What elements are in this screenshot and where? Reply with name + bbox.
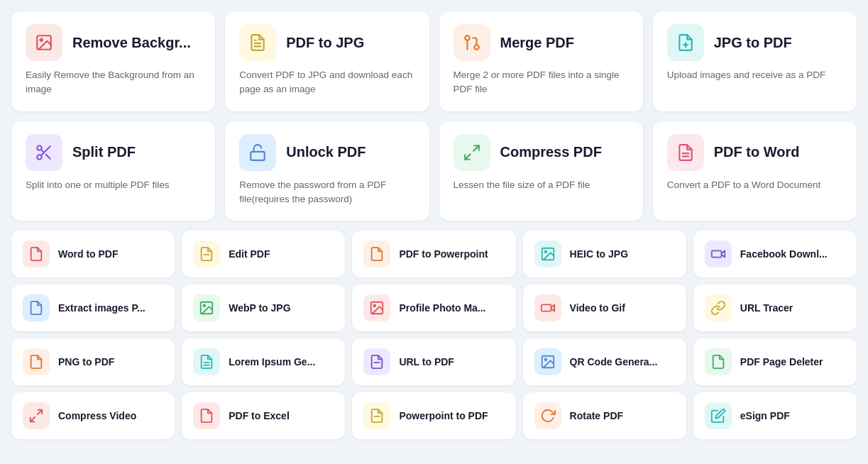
card-merge-pdf[interactable]: Merge PDF Merge 2 or more PDF files into… — [439, 11, 643, 111]
card-title-sm: eSign PDF — [740, 410, 790, 421]
card-esign-pdf[interactable]: eSign PDF — [693, 392, 857, 439]
card-desc: Upload images and receive as a PDF — [667, 68, 842, 82]
remove-background-icon — [26, 24, 62, 61]
split-pdf-icon — [26, 134, 62, 171]
merge-pdf-icon — [454, 24, 490, 61]
svg-rect-22 — [712, 250, 722, 257]
card-title: Compress PDF — [500, 144, 602, 160]
card-desc: Remove the password from a PDF file(requ… — [239, 178, 414, 207]
card-title: JPG to PDF — [714, 35, 792, 51]
facebook-downl-icon — [705, 241, 732, 267]
small-row-3: Compress Video PDF to Excel Powerpoint t… — [11, 392, 857, 439]
svg-point-24 — [204, 304, 206, 306]
qr-code-icon — [534, 348, 561, 375]
small-row-0: Word to PDF Edit PDF PDF to Powerpoint H… — [11, 231, 857, 277]
card-title-sm: HEIC to JPG — [570, 248, 628, 260]
card-compress-video[interactable]: Compress Video — [11, 392, 175, 439]
card-pdf-to-powerpoint[interactable]: PDF to Powerpoint — [352, 231, 515, 277]
svg-line-12 — [46, 154, 50, 158]
svg-line-16 — [465, 154, 471, 160]
card-rotate-pdf[interactable]: Rotate PDF — [523, 392, 686, 439]
card-heic-to-jpg[interactable]: HEIC to JPG — [523, 231, 686, 277]
svg-line-33 — [38, 410, 42, 414]
compress-video-icon — [23, 402, 50, 429]
card-title: PDF to Word — [714, 144, 800, 160]
compress-pdf-icon — [454, 134, 490, 171]
card-extract-images[interactable]: Extract images P... — [11, 285, 175, 331]
card-desc: Merge 2 or more PDF files into a single … — [454, 68, 629, 97]
card-header: Split PDF — [26, 134, 201, 171]
card-profile-photo-ma[interactable]: Profile Photo Ma... — [352, 285, 515, 331]
card-title: PDF to JPG — [286, 35, 364, 51]
card-header: Remove Backgr... — [26, 24, 201, 61]
card-facebook-downl[interactable]: Facebook Downl... — [693, 231, 857, 277]
card-qr-code[interactable]: QR Code Genera... — [523, 338, 686, 385]
card-pdf-to-jpg[interactable]: PDF to JPG Convert PDF to JPG and downlo… — [225, 11, 429, 111]
unlock-pdf-icon — [239, 134, 276, 171]
pdf-to-excel-icon — [193, 402, 220, 429]
card-url-tracer[interactable]: URL Tracer — [693, 285, 857, 331]
svg-point-1 — [40, 39, 43, 41]
svg-line-15 — [473, 145, 479, 151]
card-word-to-pdf[interactable]: Word to PDF — [11, 231, 175, 277]
small-row-2: PNG to PDF Lorem Ipsum Ge... URL to PDF … — [11, 338, 857, 385]
card-title-sm: Facebook Downl... — [740, 248, 828, 260]
lorem-ipsum-icon — [193, 348, 220, 375]
card-desc: Lessen the file size of a PDF file — [454, 178, 629, 192]
card-header: PDF to JPG — [239, 24, 414, 61]
card-title-sm: Edit PDF — [229, 248, 270, 260]
card-title: Merge PDF — [500, 35, 574, 51]
pdf-page-deleter-icon — [705, 348, 732, 375]
url-to-pdf-icon — [363, 348, 390, 375]
card-title: Remove Backgr... — [72, 35, 191, 51]
url-tracer-icon — [705, 294, 732, 321]
png-to-pdf-icon — [23, 348, 50, 375]
card-title-sm: Compress Video — [58, 410, 136, 421]
card-edit-pdf[interactable]: Edit PDF — [182, 231, 345, 277]
card-header: Unlock PDF — [239, 134, 414, 171]
card-title-sm: Profile Photo Ma... — [399, 302, 485, 314]
powerpoint-to-pdf-icon — [363, 402, 390, 429]
edit-pdf-icon — [193, 241, 220, 267]
card-url-to-pdf[interactable]: URL to PDF — [352, 338, 515, 385]
card-title-sm: PNG to PDF — [58, 356, 114, 368]
card-header: Compress PDF — [454, 134, 629, 171]
card-header: JPG to PDF — [667, 24, 842, 61]
card-desc: Split into one or multiple PDF files — [26, 178, 201, 192]
card-webp-to-jpg[interactable]: WebP to JPG — [182, 285, 345, 331]
card-jpg-to-pdf[interactable]: JPG to PDF Upload images and receive as … — [653, 11, 857, 111]
card-pdf-to-excel[interactable]: PDF to Excel — [182, 392, 345, 439]
card-title-sm: Video to Gif — [570, 302, 625, 314]
card-title-sm: Powerpoint to PDF — [399, 410, 488, 421]
card-title-sm: PDF to Excel — [229, 410, 290, 421]
card-pdf-to-word[interactable]: PDF to Word Convert a PDF to a Word Docu… — [653, 121, 857, 221]
card-pdf-page-deleter[interactable]: PDF Page Deleter — [693, 338, 857, 385]
video-to-gif-icon — [534, 294, 561, 321]
card-title-sm: URL Tracer — [740, 302, 793, 314]
card-powerpoint-to-pdf[interactable]: Powerpoint to PDF — [352, 392, 515, 439]
jpg-to-pdf-icon — [667, 24, 704, 61]
webp-to-jpg-icon — [193, 294, 220, 321]
svg-line-13 — [41, 149, 44, 152]
pdf-to-word-icon — [667, 134, 704, 171]
card-title-sm: PDF to Powerpoint — [399, 248, 488, 260]
card-lorem-ipsum[interactable]: Lorem Ipsum Ge... — [182, 338, 345, 385]
card-desc: Convert PDF to JPG and download each pag… — [239, 68, 414, 97]
svg-point-21 — [544, 250, 546, 253]
card-header: Merge PDF — [454, 24, 629, 61]
card-title-sm: QR Code Genera... — [570, 356, 658, 368]
card-title-sm: Word to PDF — [58, 248, 119, 260]
card-split-pdf[interactable]: Split PDF Split into one or multiple PDF… — [11, 121, 215, 221]
esign-pdf-icon — [705, 402, 732, 429]
extract-images-icon — [23, 294, 50, 321]
card-video-to-gif[interactable]: Video to Gif — [523, 285, 686, 331]
card-remove-background[interactable]: Remove Backgr... Easily Remove the Backg… — [11, 11, 215, 111]
card-compress-pdf[interactable]: Compress PDF Lessen the file size of a P… — [439, 121, 643, 221]
card-title-sm: URL to PDF — [399, 356, 454, 368]
card-unlock-pdf[interactable]: Unlock PDF Remove the password from a PD… — [225, 121, 429, 221]
card-title: Split PDF — [72, 144, 136, 160]
svg-rect-27 — [541, 304, 551, 311]
card-png-to-pdf[interactable]: PNG to PDF — [11, 338, 175, 385]
pdf-to-jpg-icon — [239, 24, 276, 61]
svg-point-32 — [544, 358, 546, 360]
